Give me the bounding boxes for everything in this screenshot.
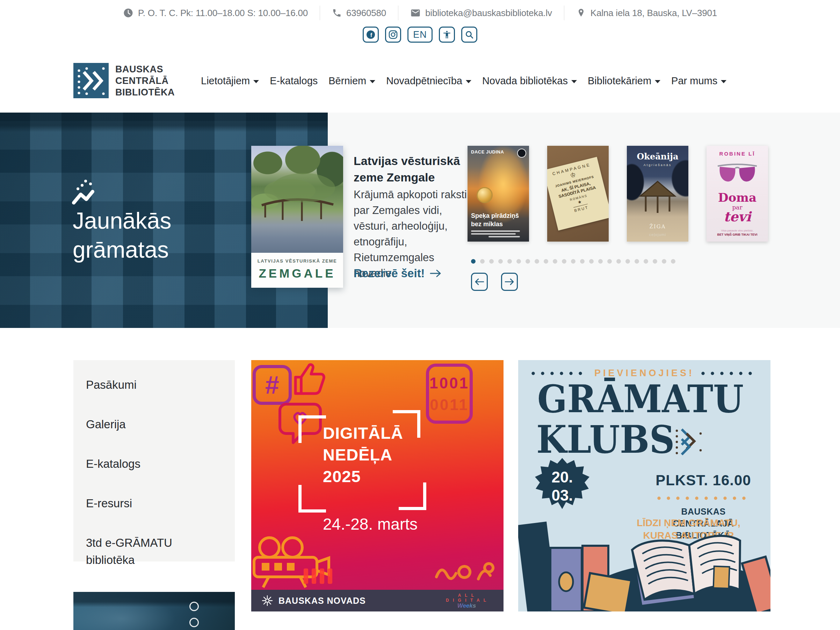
book-title: Okeānija (627, 151, 688, 161)
carousel-dot[interactable] (662, 259, 666, 264)
slide-dot[interactable] (189, 602, 199, 611)
nav-novada-bibliotekas[interactable]: Novada bibliotēkas (482, 75, 577, 87)
carousel-dot[interactable] (562, 259, 567, 264)
carousel-dot[interactable] (526, 259, 530, 264)
slide-dot[interactable] (189, 618, 199, 627)
chevron-down-icon (253, 80, 259, 83)
carousel-dot[interactable] (535, 259, 539, 264)
nav-e-katalogs[interactable]: E-katalogs (270, 75, 317, 87)
location-pin-icon (576, 8, 586, 18)
email[interactable]: biblioteka@bauskasbiblioteka.lv (410, 8, 552, 19)
carousel-dot[interactable] (671, 259, 676, 264)
carousel-dot[interactable] (580, 259, 584, 264)
logo-line1: BAUSKAS (115, 63, 175, 75)
reserve-link[interactable]: Rezervē šeit! (354, 267, 442, 280)
digital-week-poster[interactable]: # 1001 0011 DIGITĀLĀ NEDĒĻA 2025 24.-28. (251, 360, 504, 611)
logo-line2: CENTRĀLĀ (115, 75, 175, 87)
circuit-doodle (433, 556, 499, 587)
carousel-dot[interactable] (571, 259, 575, 264)
sidebar-item-e-katalogs[interactable]: E-katalogs (86, 455, 201, 472)
sidebar-item-3td-e-gramatu[interactable]: 3td e-GRĀMATU bibliotēka (86, 534, 201, 568)
cover-series: LATVIJAS VĒSTURISKĀ ZEME (251, 258, 343, 264)
hashtag-icon: # (253, 365, 292, 405)
divider (564, 6, 564, 20)
carousel-next-button[interactable] (501, 273, 518, 291)
library-logo[interactable] (73, 63, 109, 98)
carousel-dot[interactable] (544, 259, 548, 264)
book-cover-doma-par-tevi[interactable]: ROBINE LĪ Doma par tevi Visa pasaule viņ… (707, 146, 768, 242)
opening-hours: P. O. T. C. Pk: 11.00–18.00 S: 10.00–16.… (123, 8, 308, 19)
book-title: Speķa pīrādziņš bez mīklas (471, 212, 519, 228)
book-club-poster[interactable]: PIEVIENOJIES! GRĀMATU KLUBS 20. 03. PLKS… (518, 360, 771, 611)
cover-painting (251, 146, 343, 253)
carousel-dot[interactable] (644, 259, 648, 264)
poster-date: 24.-28. marts (323, 514, 418, 533)
facebook-button[interactable]: f (363, 27, 379, 43)
phone-text: 63960580 (346, 8, 386, 19)
featured-book-cover[interactable]: LATVIJAS VĒSTURISKĀ ZEME ZEMGALE (251, 146, 343, 288)
nav-berniem[interactable]: Bērniem (328, 75, 375, 87)
poster-title: DIGITĀLĀ NEDĒĻA 2025 (323, 422, 403, 488)
carousel-dot[interactable] (607, 259, 612, 264)
carousel-dot[interactable] (598, 259, 603, 264)
search-button[interactable] (461, 27, 477, 43)
sidebar-item-pasakumi[interactable]: Pasākumi (86, 376, 201, 393)
logo-line3: BIBLIOTĒKA (115, 87, 175, 98)
address-text: Kalna iela 18, Bauska, LV–3901 (591, 8, 717, 19)
svg-text:f: f (370, 32, 373, 38)
clock-icon (123, 8, 133, 18)
carousel-dot[interactable] (553, 259, 557, 264)
hero-newest-books: Jaunākās grāmatas LATVIJAS VĒSTURISKĀ ZE… (0, 112, 840, 328)
carousel-controls (471, 273, 518, 291)
bridge-illustration (251, 146, 343, 253)
blurb-lines (471, 230, 520, 239)
carousel-dot[interactable] (471, 259, 475, 264)
carousel-dot[interactable] (616, 259, 621, 264)
sidebar-item-e-resursi[interactable]: E-resursi (86, 495, 201, 512)
carousel-dot[interactable] (589, 259, 594, 264)
dot-row (701, 372, 757, 375)
carousel-dot[interactable] (507, 259, 512, 264)
book-cover-okeanija[interactable]: Okeānija Atgriešanās ŽIGA ceļojumi (627, 146, 688, 242)
carousel-dot[interactable] (498, 259, 503, 264)
frame-bracket (298, 415, 326, 443)
arrow-right-icon (505, 278, 514, 286)
carousel-dot[interactable] (635, 259, 639, 264)
glyph-bars (304, 568, 332, 584)
book-author: ROBINE LĪ (707, 151, 768, 157)
nav-novadpetnieciba[interactable]: Novadpētniecība (386, 75, 471, 87)
carousel-dot[interactable] (653, 259, 657, 264)
main-nav: Lietotājiem E-katalogs Bērniem Novadpētn… (201, 49, 726, 112)
instagram-button[interactable] (385, 27, 401, 43)
sidebar-item-galerija[interactable]: Galerija (86, 416, 201, 433)
hours-text: P. O. T. C. Pk: 11.00–18.00 S: 10.00–16.… (138, 8, 308, 19)
event-time: PLKST. 16.00 (651, 472, 756, 489)
hero-title: Jaunākās grāmatas (73, 206, 172, 264)
poster-title-line2: KLUBS (536, 417, 666, 462)
book-cover-ak-si-plaisa[interactable]: CHAMPAGNE ♔ JOAHIMS MEIERHOFS AK, ŠĪ PLA… (547, 146, 609, 242)
divider (320, 6, 320, 20)
nav-par-mums[interactable]: Par mums (671, 75, 726, 87)
carousel-dots (471, 259, 676, 264)
badge-date-day: 20. (535, 469, 589, 486)
book-author: DACE JUDINA (471, 149, 504, 155)
carousel-dot[interactable] (625, 259, 630, 264)
carousel-dot[interactable] (516, 259, 521, 264)
carousel-prev-button[interactable] (471, 273, 488, 291)
gallery-slide-photo[interactable] (73, 592, 235, 630)
publisher-badge-icon (517, 149, 526, 158)
starburst-icon (261, 594, 273, 607)
featured-title: Latvijas vēsturiskā zeme Zemgale (354, 153, 460, 186)
language-button[interactable]: EN (407, 27, 433, 43)
book-cover-speka-piradzins[interactable]: DACE JUDINA Speķa pīrādziņš bez mīklas (467, 146, 529, 242)
nav-lietotajiem[interactable]: Lietotājiem (201, 75, 259, 87)
carousel-dot[interactable] (489, 259, 494, 264)
phone: 63960580 (332, 8, 386, 19)
accessibility-button[interactable] (439, 27, 455, 43)
carousel-dot[interactable] (480, 259, 485, 264)
facebook-icon: f (366, 30, 376, 40)
divider (398, 6, 398, 20)
nav-bibliotekariem[interactable]: Bibliotekāriem (588, 75, 660, 87)
chevron-down-icon (571, 80, 577, 83)
main-content: Pasākumi Galerija E-katalogs E-resursi 3… (0, 328, 840, 630)
